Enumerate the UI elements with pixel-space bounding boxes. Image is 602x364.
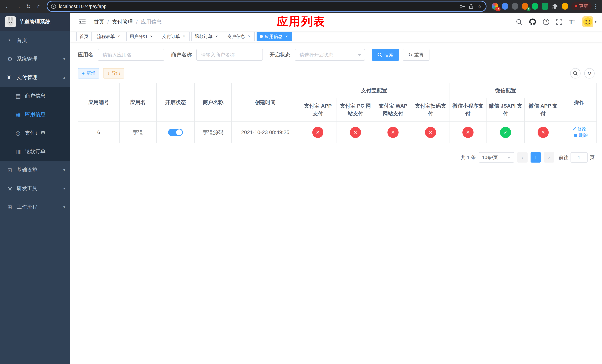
url-text[interactable]: localhost:1024/pay/app <box>59 4 456 9</box>
close-icon[interactable] <box>247 34 251 39</box>
status-select[interactable]: 请选择开启状态 <box>295 49 365 61</box>
col-header-wechat-jsapi: 微信 JSAPI 支付 <box>487 98 525 122</box>
sidebar-item-system-management[interactable]: ⚙ 系统管理 ▾ <box>0 50 70 68</box>
close-icon[interactable] <box>182 34 186 39</box>
sidebar-item-refund-orders[interactable]: ▥ 退款订单 <box>0 142 70 161</box>
status-label: 开启状态 <box>269 51 290 58</box>
edit-button[interactable]: 修改 <box>572 126 586 132</box>
extension-avatar-icon[interactable]: 1 <box>522 3 528 10</box>
sidebar-item-dev-tools[interactable]: ⚒ 研发工具 ▾ <box>0 179 70 198</box>
chevron-up-icon: ▴ <box>63 75 65 80</box>
total-count: 共 1 条 <box>461 154 476 161</box>
sidebar-item-home[interactable]: ◔ 首页 <box>0 31 70 50</box>
page-number-1[interactable]: 1 <box>531 152 541 162</box>
tab-home[interactable]: 首页 <box>76 32 92 41</box>
close-icon[interactable] <box>284 34 289 39</box>
chevron-down-icon: ▾ <box>63 186 65 191</box>
application-window: ← → ↻ ⌂ i localhost:1024/pay/app ☆ 10 <box>0 0 602 364</box>
close-icon[interactable] <box>117 34 121 39</box>
sidebar-item-app-info[interactable]: ▦ 应用信息 <box>0 105 70 124</box>
search-icon[interactable] <box>516 19 522 25</box>
export-button[interactable]: 导出 <box>103 68 124 78</box>
toggle-search-button[interactable] <box>570 68 580 78</box>
tab-refund-orders[interactable]: 退款订单 <box>191 32 222 41</box>
add-button[interactable]: 新增 <box>78 68 99 78</box>
refund-doc-icon: ▥ <box>16 148 25 155</box>
col-header-alipay-pc: 支付宝 PC 网站支付 <box>337 98 374 122</box>
chevron-down-icon <box>358 54 361 56</box>
merchant-name-input[interactable] <box>196 49 263 61</box>
search-icon <box>573 71 578 76</box>
user-avatar[interactable]: ▾ <box>582 16 596 27</box>
help-icon[interactable] <box>543 19 549 25</box>
github-icon[interactable] <box>529 19 536 25</box>
browser-update-button[interactable]: 更新 <box>571 2 592 10</box>
goto-page-input[interactable] <box>570 152 588 162</box>
app-name-input[interactable] <box>98 49 164 61</box>
refresh-table-button[interactable] <box>584 68 595 78</box>
monitor-icon: ⊡ <box>7 167 17 173</box>
extension-icons: 10 1 <box>492 3 568 10</box>
page-size-select[interactable]: 10条/页 <box>479 152 514 162</box>
browser-forward-icon[interactable]: → <box>13 1 23 11</box>
fullscreen-icon[interactable] <box>556 19 562 25</box>
sidebar-item-payment-orders[interactable]: ◎ 支付订单 <box>0 124 70 142</box>
trash-icon <box>574 133 578 137</box>
tab-payment-orders[interactable]: 支付订单 <box>159 32 190 41</box>
chevron-down-icon: ▾ <box>63 57 65 61</box>
sidebar-item-infrastructure[interactable]: ⊡ 基础设施 ▾ <box>0 161 70 179</box>
next-page-button[interactable] <box>544 152 554 162</box>
close-icon[interactable] <box>149 34 154 39</box>
col-header-created: 创建时间 <box>232 83 299 122</box>
profile-avatar-icon[interactable] <box>562 3 568 10</box>
page-content: 应用名 商户名称 开启状态 请选择开启状态 <box>70 42 602 364</box>
tab-app-info[interactable]: 应用信息 <box>257 32 292 41</box>
col-header-status: 开启状态 <box>156 83 194 122</box>
site-info-icon[interactable]: i <box>51 4 56 9</box>
disabled-status-icon <box>425 127 436 138</box>
tab-merchant-info[interactable]: 商户信息 <box>224 32 255 41</box>
extension-green-square-icon[interactable] <box>542 3 548 10</box>
address-bar[interactable]: i localhost:1024/pay/app ☆ <box>47 1 486 11</box>
tabs-bar: 首页 流程表单 用户分组 支付订单 退款订单 <box>70 31 602 42</box>
extensions-puzzle-icon[interactable] <box>552 3 558 10</box>
plus-icon <box>82 71 85 76</box>
status-toggle[interactable] <box>168 129 183 136</box>
extension-blue-icon[interactable] <box>502 3 508 10</box>
refresh-icon <box>408 52 412 58</box>
col-header-app-id: 应用编号 <box>78 83 119 122</box>
table-toolbar: 新增 导出 <box>78 68 595 78</box>
app-grid-icon: ▦ <box>16 111 25 118</box>
close-icon[interactable] <box>214 34 219 39</box>
sidebar-item-merchant-info[interactable]: ▤ 商户信息 <box>0 87 70 105</box>
browser-back-icon[interactable]: ← <box>3 1 13 11</box>
browser-home-icon[interactable]: ⌂ <box>34 1 44 11</box>
extension-wechat-icon[interactable] <box>532 3 538 10</box>
bookmark-star-icon[interactable]: ☆ <box>477 3 482 10</box>
tab-user-group[interactable]: 用户分组 <box>126 32 157 41</box>
col-group-wechat: 微信配置 <box>449 83 562 98</box>
prev-page-button[interactable] <box>517 152 527 162</box>
browser-reload-icon[interactable]: ↻ <box>24 1 33 11</box>
sidebar-item-payment-management[interactable]: ¥ 支付管理 ▴ <box>0 68 70 87</box>
app-name-label: 应用名 <box>78 51 93 58</box>
browser-menu-kebab-icon[interactable]: ⋮ <box>592 3 599 10</box>
tab-process-form[interactable]: 流程表单 <box>94 32 124 41</box>
sidebar: 芋道管理系统 ◔ 首页 ⚙ 系统管理 ▾ ¥ 支付管理 ▴ ▤ <box>0 13 70 364</box>
enabled-status-icon <box>500 127 511 138</box>
font-size-icon[interactable] <box>569 19 575 25</box>
app-logo[interactable]: 芋道管理系统 <box>0 13 70 31</box>
chevron-down-icon <box>507 157 511 159</box>
extension-colorwheel-icon[interactable]: 10 <box>492 3 498 10</box>
search-button[interactable]: 搜索 <box>372 49 399 61</box>
share-icon[interactable] <box>469 4 474 9</box>
delete-button[interactable]: 删除 <box>574 132 588 138</box>
password-key-icon[interactable] <box>459 3 465 9</box>
sidebar-item-workflow[interactable]: ⊞ 工作流程 ▾ <box>0 198 70 216</box>
extension-badge: 1 <box>527 7 531 11</box>
breadcrumb-payment-management[interactable]: 支付管理 <box>112 18 133 25</box>
sidebar-collapse-icon[interactable] <box>76 17 88 26</box>
breadcrumb-home[interactable]: 首页 <box>94 18 104 25</box>
reset-button[interactable]: 重置 <box>403 49 430 61</box>
extension-dark-icon[interactable] <box>512 3 518 10</box>
